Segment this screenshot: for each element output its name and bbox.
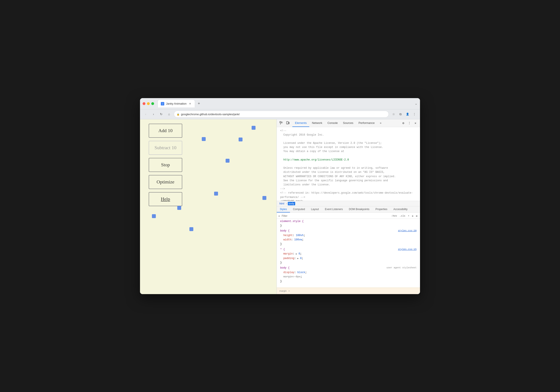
- nav-actions: ☆ ⧉ 👤 ⋮: [390, 111, 417, 117]
- source-license-2: you may not use this file except in comp…: [277, 145, 420, 149]
- forward-button[interactable]: ›: [150, 111, 157, 117]
- css-prop-padding: padding: [283, 257, 294, 260]
- cls-button[interactable]: .cls: [399, 215, 406, 218]
- breadcrumb-html[interactable]: html: [279, 202, 285, 205]
- ball-7: [177, 206, 181, 210]
- html-source[interactable]: <!-- Copyright 2016 Google Inc. Licensed…: [277, 127, 420, 201]
- css-source-2[interactable]: styles.css:15: [398, 247, 417, 251]
- box-dash: –: [289, 289, 290, 292]
- devtools-more-button[interactable]: ⋮: [407, 120, 412, 126]
- optimize-button[interactable]: Optimize: [149, 175, 182, 189]
- close-button[interactable]: [143, 102, 145, 105]
- tab-console[interactable]: Console: [325, 119, 340, 127]
- css-closing-brace-2: }: [280, 243, 282, 245]
- styles-tab-dom-breakpoints[interactable]: DOM Breakpoints: [346, 206, 372, 213]
- tab-sources[interactable]: Sources: [340, 119, 356, 127]
- add-10-button[interactable]: Add 10: [149, 124, 182, 138]
- css-rule-star: styles.css:15 * { margin: ▶ 0; padding: …: [277, 247, 420, 265]
- add-style-button[interactable]: +: [407, 215, 410, 218]
- devtools-close-button[interactable]: ✕: [413, 120, 418, 126]
- css-selector-body-ua: body {: [280, 266, 290, 269]
- active-tab[interactable]: J Janky Animation ✕: [158, 100, 195, 108]
- css-closing-brace-3: }: [280, 261, 282, 264]
- profile-button[interactable]: 👤: [404, 111, 410, 117]
- chevron-down-icon: ⌄: [415, 102, 417, 105]
- devtools-toolbar-right: ⚙ ⋮ ✕: [400, 120, 418, 126]
- window-controls-right: ⌄: [415, 102, 417, 106]
- box-margin-label: margin: [279, 290, 287, 292]
- toggle-box-model-button[interactable]: ⊞: [415, 215, 418, 218]
- nav-bar: ‹ › ↻ ⌂ 🔒 googlechrome.github.io/devtool…: [140, 109, 420, 119]
- new-tab-button[interactable]: +: [196, 100, 202, 107]
- hov-button[interactable]: :hov: [390, 215, 398, 218]
- styles-tab-computed[interactable]: Computed: [290, 206, 308, 213]
- tab-bar: J Janky Animation ✕ +: [158, 100, 413, 108]
- css-val-display: block: [297, 271, 305, 274]
- maximize-button[interactable]: [151, 102, 154, 105]
- css-closing-brace: }: [280, 224, 282, 227]
- tab-network[interactable]: Network: [309, 119, 325, 127]
- tab-performance[interactable]: Performance: [356, 119, 377, 127]
- source-reference: <!-- referenced in: https://developers.g…: [277, 191, 420, 195]
- breadcrumb-separator: ›: [286, 202, 287, 205]
- css-val-margin: 0: [299, 252, 300, 255]
- filter-input[interactable]: [282, 215, 389, 217]
- back-button[interactable]: ‹: [143, 111, 149, 117]
- source-license-url: http://www.apache.org/licenses/LICENSE-2…: [277, 158, 420, 162]
- browser-window: J Janky Animation ✕ + ⌄ ‹ › ↻ ⌂ 🔒 google…: [140, 98, 420, 294]
- inspect-element-button[interactable]: [279, 120, 284, 126]
- svg-rect-0: [280, 121, 281, 123]
- tab-favicon: J: [161, 102, 164, 106]
- filter-actions: :hov .cls + ⊕ ⊞: [390, 215, 418, 218]
- ball-8: [152, 214, 156, 218]
- breadcrumb-body[interactable]: body: [288, 202, 295, 205]
- styles-tab-styles[interactable]: Styles: [277, 206, 290, 213]
- tab-more[interactable]: »: [377, 119, 384, 127]
- ball-1: [252, 126, 256, 130]
- new-rule-button[interactable]: ⊕: [411, 215, 414, 218]
- source-reference-2: performance/ -->: [277, 195, 420, 199]
- styles-tab-accessibility[interactable]: Accessibility: [390, 206, 410, 213]
- subtract-10-button[interactable]: Subtract 10: [149, 141, 182, 155]
- minimize-button[interactable]: [147, 102, 150, 105]
- svg-point-6: [287, 124, 288, 124]
- styles-tab-event-listeners[interactable]: Event Listeners: [322, 206, 346, 213]
- title-bar: J Janky Animation ✕ + ⌄: [140, 98, 420, 109]
- styles-tabs: Styles Computed Layout Event Listeners D…: [277, 206, 420, 213]
- css-prop-width: width: [283, 238, 291, 241]
- css-prop-height: height: [283, 234, 293, 237]
- tab-title: Janky Animation: [166, 102, 187, 105]
- tab-elements[interactable]: Elements: [292, 119, 309, 127]
- styles-content[interactable]: ⊘ :hov .cls + ⊕ ⊞ element.style {: [277, 213, 420, 288]
- home-button[interactable]: ⌂: [166, 111, 172, 117]
- source-license-8: limitations under the License.: [277, 183, 420, 187]
- source-license-5: distributed under the License is distrib…: [277, 170, 420, 174]
- source-license-6: WITHOUT WARRANTIES OR CONDITIONS OF ANY …: [277, 175, 420, 179]
- refresh-button[interactable]: ↻: [158, 111, 164, 117]
- menu-button[interactable]: ⋮: [411, 111, 417, 117]
- device-toolbar-button[interactable]: [285, 120, 291, 126]
- help-button[interactable]: Help: [149, 192, 182, 206]
- css-val-width: 100vw: [294, 238, 302, 241]
- css-prop-margin-ua: margin: 8px: [283, 275, 300, 278]
- filter-bar: ⊘ :hov .cls + ⊕ ⊞: [277, 214, 420, 219]
- ball-5: [214, 192, 218, 196]
- devtools-settings-button[interactable]: ⚙: [400, 120, 406, 126]
- styles-subpanel: Styles Computed Layout Event Listeners D…: [277, 206, 420, 294]
- ball-4: [226, 159, 230, 163]
- css-source-1[interactable]: styles.css:20: [398, 229, 417, 233]
- tab-close-button[interactable]: ✕: [188, 102, 192, 106]
- css-prop-display: display: [283, 271, 294, 274]
- css-rule-element-style: element.style { }: [277, 219, 420, 228]
- styles-tab-properties[interactable]: Properties: [372, 206, 390, 213]
- source-blank-1: [277, 137, 420, 141]
- svg-rect-5: [289, 122, 289, 124]
- styles-tab-layout[interactable]: Layout: [308, 206, 322, 213]
- address-bar[interactable]: 🔒 googlechrome.github.io/devtools-sample…: [174, 111, 389, 118]
- main-content: Add 10 Subtract 10 Stop Optimize Help: [140, 119, 420, 294]
- stop-button[interactable]: Stop: [149, 158, 182, 172]
- bookmark-button[interactable]: ☆: [390, 111, 397, 117]
- css-val-height: 100vh: [296, 234, 304, 237]
- source-license-3: You may obtain a copy of the License at: [277, 149, 420, 154]
- extensions-button[interactable]: ⧉: [398, 111, 403, 117]
